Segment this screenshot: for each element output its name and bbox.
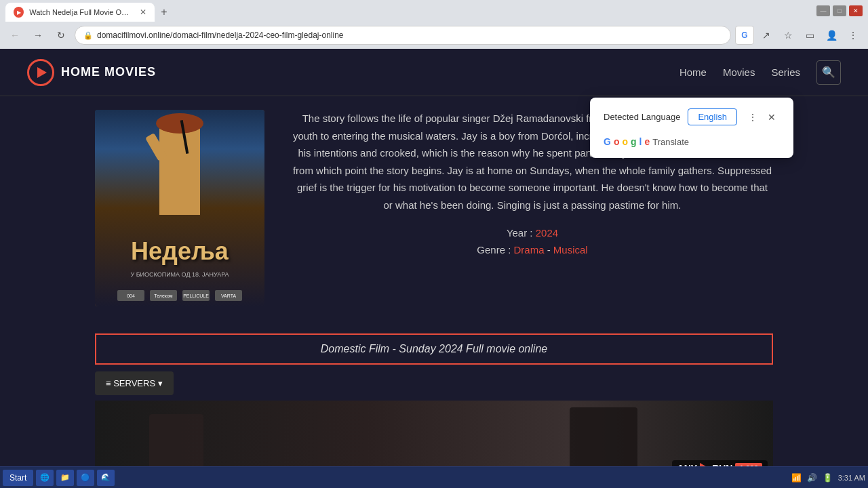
start-button[interactable]: Start <box>3 470 33 486</box>
tab-title: Watch Nedelja Full Movie Online <box>29 8 132 16</box>
taskbar-right: 📶 🔊 🔋 3:31 AM <box>791 473 865 483</box>
security-icon: 🔒 <box>83 31 93 40</box>
page-content: HOME MOVIES Home Movies Series 🔍 <box>0 49 868 466</box>
taskbar: Start 🌐 📁 🔵 🌊 📶 🔊 🔋 3:31 AM <box>0 466 868 488</box>
browser-tabs: ▶ Watch Nedelja Full Movie Online ✕ + <box>5 0 174 22</box>
year-row: Year : 2024 <box>292 227 773 239</box>
share-button[interactable]: ↗ <box>757 26 776 45</box>
popup-actions: ⋮ ✕ <box>745 109 780 125</box>
genre-row: Genre : Drama - Musical <box>292 244 773 256</box>
year-value[interactable]: 2024 <box>536 227 558 239</box>
google-l-letter: l <box>639 136 642 147</box>
taskbar-folder[interactable]: 📁 <box>56 470 74 486</box>
logo-item-4: VARTA <box>215 290 242 301</box>
site-logo: HOME MOVIES <box>27 59 156 86</box>
translate-popup-header: Detected Language English ⋮ ✕ <box>604 108 780 125</box>
taskbar-left: Start 🌐 📁 🔵 🌊 <box>3 470 115 486</box>
english-language-button[interactable]: English <box>688 108 737 125</box>
poster-subtitle: У БИОСКОПИМА ОД 18. ЈАНУАРА <box>95 271 264 278</box>
refresh-button[interactable]: ↻ <box>52 26 71 45</box>
browser-titlebar: ▶ Watch Nedelja Full Movie Online ✕ + — … <box>0 0 868 22</box>
minimize-button[interactable]: — <box>816 5 830 16</box>
new-tab-button[interactable]: + <box>155 3 174 22</box>
address-bar[interactable]: 🔒 domacifilmovi.online/domaci-film/nedel… <box>75 26 731 45</box>
translate-text: Translate <box>652 137 689 147</box>
menu-button[interactable]: ⋮ <box>844 26 863 45</box>
anyrun-watermark: ANY RUN 1,228 <box>672 460 768 466</box>
video-scene <box>95 401 773 466</box>
google-o1-letter: o <box>614 136 620 147</box>
volume-icon: 🔊 <box>807 473 817 483</box>
poster-image: Недеља У БИОСКОПИМА ОД 18. ЈАНУАРА 004 Т… <box>95 110 264 306</box>
genre-drama[interactable]: Drama <box>513 244 544 256</box>
back-button[interactable]: ← <box>5 26 24 45</box>
google-g-letter: G <box>604 136 611 147</box>
google-o2-letter: o <box>622 136 628 147</box>
video-player[interactable]: ANY RUN 1,228 <box>95 401 773 466</box>
movie-poster: Недеља У БИОСКОПИМА ОД 18. ЈАНУАРА 004 Т… <box>95 110 264 306</box>
nav-home[interactable]: Home <box>679 66 707 78</box>
google-translate-branding: Google Translate <box>604 136 780 147</box>
edge-icon: 🌊 <box>101 473 111 482</box>
movie-meta: Year : 2024 Genre : Drama - Musical <box>292 227 773 256</box>
logo-icon <box>27 59 54 86</box>
maximize-button[interactable]: □ <box>833 5 846 16</box>
system-clock: 3:31 AM <box>838 474 865 482</box>
servers-button[interactable]: ≡ SERVERS ▾ <box>95 371 174 395</box>
google-g2-letter: g <box>631 136 637 147</box>
section-title-text: Domestic Film - Sunday 2024 Full movie o… <box>321 343 547 354</box>
genre-separator: - <box>547 244 553 256</box>
genre-musical[interactable]: Musical <box>553 244 588 256</box>
google-e-letter: e <box>644 136 650 147</box>
taskbar-edge[interactable]: 🌊 <box>97 470 115 486</box>
ie-icon: 🌐 <box>40 473 50 482</box>
network-icon: 📶 <box>791 473 802 483</box>
tab-close-button[interactable]: ✕ <box>140 7 146 17</box>
translate-button[interactable]: G <box>735 26 754 45</box>
forward-button[interactable]: → <box>28 26 47 45</box>
logo-item-2: Телеком <box>150 290 177 301</box>
popup-close-button[interactable]: ✕ <box>764 109 780 125</box>
site-header: HOME MOVIES Home Movies Series 🔍 <box>0 49 868 96</box>
translate-popup: Detected Language English ⋮ ✕ Google Tra… <box>590 98 793 158</box>
poster-title-cyrillic: Недеља <box>95 237 264 266</box>
url-display: domacifilmovi.online/domaci-film/nedelja… <box>97 30 344 40</box>
folder-icon: 📁 <box>60 473 70 482</box>
nav-series[interactable]: Series <box>771 66 800 78</box>
bookmark-button[interactable]: ☆ <box>778 26 797 45</box>
genre-label: Genre : <box>477 244 511 256</box>
taskbar-ie[interactable]: 🌐 <box>36 470 54 486</box>
video-section: ≡ SERVERS ▾ ANY RUN 1,228 <box>95 371 773 466</box>
servers-label: ≡ SERVERS ▾ <box>106 378 163 388</box>
site-nav: Home Movies Series 🔍 <box>679 60 841 85</box>
year-label: Year : <box>507 227 533 239</box>
browser-toolbar: ← → ↻ 🔒 domacifilmovi.online/domaci-film… <box>0 22 868 49</box>
sidebar-button[interactable]: ▭ <box>800 26 819 45</box>
active-tab[interactable]: ▶ Watch Nedelja Full Movie Online ✕ <box>5 3 155 22</box>
logo-item-3: PELLICULE <box>182 290 210 301</box>
tab-favicon: ▶ <box>14 7 24 18</box>
play-triangle-icon <box>37 67 47 78</box>
logo-item-1: 004 <box>117 290 144 301</box>
close-button[interactable]: ✕ <box>849 5 863 16</box>
battery-icon: 🔋 <box>823 473 833 483</box>
chrome-icon: 🔵 <box>81 473 90 482</box>
search-button[interactable]: 🔍 <box>816 60 841 85</box>
browser-chrome: ▶ Watch Nedelja Full Movie Online ✕ + — … <box>0 0 868 49</box>
taskbar-chrome[interactable]: 🔵 <box>77 470 94 486</box>
section-title-bar: Domestic Film - Sunday 2024 Full movie o… <box>95 333 773 365</box>
logo-text: HOME MOVIES <box>61 65 156 79</box>
profile-button[interactable]: 👤 <box>822 26 841 45</box>
poster-logos: 004 Телеком PELLICULE VARTA <box>95 290 264 301</box>
window-controls: — □ ✕ <box>816 5 863 16</box>
toolbar-actions: G ↗ ☆ ▭ 👤 ⋮ <box>735 26 863 45</box>
popup-more-button[interactable]: ⋮ <box>745 109 761 125</box>
detected-language-label: Detected Language <box>604 112 680 122</box>
nav-movies[interactable]: Movies <box>723 66 755 78</box>
